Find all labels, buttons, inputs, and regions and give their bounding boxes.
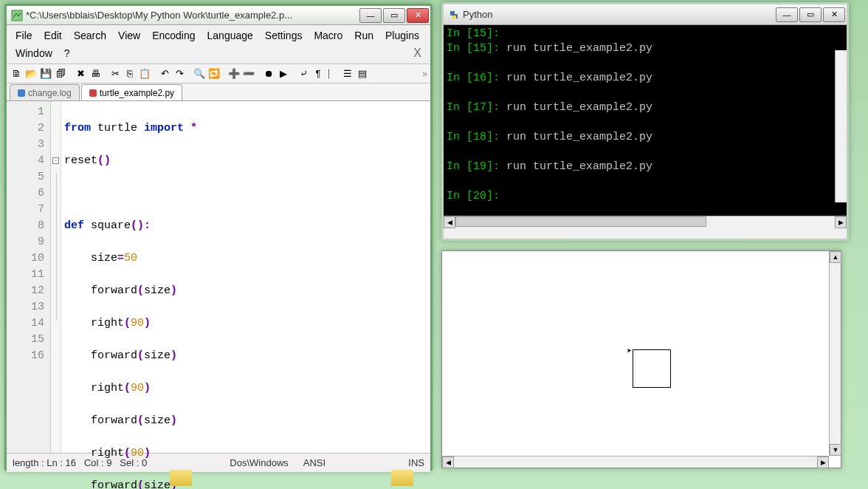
menu-help[interactable]: ? — [58, 44, 76, 62]
editor-menubar: File Edit Search View Encoding Language … — [7, 25, 430, 64]
console-output[interactable]: In [15]: In [15]: run turtle_example2.py… — [444, 25, 847, 216]
console-window-controls: — ▭ ✕ — [776, 7, 845, 22]
save-all-icon[interactable]: 🗐 — [54, 67, 67, 81]
editor-window: *C:\Users\bblais\Desktop\My Python Work\… — [4, 4, 433, 471]
record-macro-icon[interactable]: ⏺ — [262, 67, 275, 81]
scroll-right-icon[interactable]: ▶ — [817, 456, 829, 468]
new-file-icon[interactable]: 🗎 — [10, 67, 23, 81]
taskbar-folder-icon[interactable] — [391, 470, 413, 486]
menu-encoding[interactable]: Encoding — [146, 27, 201, 44]
taskbar-folder-icon[interactable] — [170, 470, 192, 486]
close-file-icon[interactable]: ✖ — [74, 67, 87, 81]
svg-rect-0 — [12, 10, 22, 21]
editor-window-controls: — ▭ ✕ — [359, 8, 429, 23]
scroll-thumb[interactable] — [455, 216, 706, 227]
python-console-window: Python — ▭ ✕ In [15]: In [15]: run turtl… — [441, 2, 849, 241]
tab-unsaved-icon — [89, 89, 97, 97]
menu-file[interactable]: File — [10, 27, 38, 44]
menu-run[interactable]: Run — [348, 27, 379, 44]
scroll-up-icon[interactable]: ▲ — [830, 251, 841, 263]
tab-label: turtle_example2.py — [100, 88, 174, 98]
close-button[interactable]: ✕ — [407, 8, 429, 23]
editor-title: *C:\Users\bblais\Desktop\My Python Work\… — [26, 10, 359, 21]
code-area[interactable]: from turtle import * reset() def square(… — [61, 101, 430, 453]
python-icon — [448, 9, 460, 21]
console-title: Python — [463, 9, 776, 20]
scroll-track[interactable] — [455, 216, 835, 228]
maximize-button[interactable]: ▭ — [383, 8, 405, 23]
editor-tabbar: change.log turtle_example2.py — [7, 83, 430, 101]
menu-settings[interactable]: Settings — [259, 27, 309, 44]
find-icon[interactable]: 🔍 — [193, 67, 206, 81]
console-horizontal-scrollbar[interactable]: ◀ ▶ — [444, 216, 847, 228]
replace-icon[interactable]: 🔁 — [207, 67, 221, 81]
tab-close-x[interactable]: X — [407, 47, 427, 60]
turtle-horizontal-scrollbar[interactable]: ◀ ▶ — [442, 456, 829, 468]
fold-gutter: - — [51, 101, 61, 453]
wordwrap-icon[interactable]: ⤶ — [297, 67, 310, 81]
menu-edit[interactable]: Edit — [38, 27, 68, 44]
menu-window[interactable]: Window — [10, 44, 58, 62]
minimize-button[interactable]: — — [776, 7, 798, 22]
tab-change-log[interactable]: change.log — [10, 84, 80, 100]
turtle-canvas[interactable]: ➤ — [442, 251, 829, 456]
turtle-drawn-square — [633, 349, 671, 388]
scroll-left-icon[interactable]: ◀ — [442, 456, 454, 468]
play-macro-icon[interactable]: ▶ — [277, 67, 290, 81]
menu-language[interactable]: Language — [202, 27, 259, 44]
zoom-out-icon[interactable]: ➖ — [242, 67, 255, 81]
turtle-graphics-window: ➤ ▲ ▼ ◀ ▶ — [441, 250, 841, 468]
copy-icon[interactable]: ⎘ — [123, 67, 137, 81]
editor-titlebar[interactable]: *C:\Users\bblais\Desktop\My Python Work\… — [7, 6, 430, 25]
paste-icon[interactable]: 📋 — [138, 67, 151, 81]
minimize-button[interactable]: — — [359, 8, 382, 23]
turtle-cursor-icon: ➤ — [627, 346, 632, 356]
console-vertical-scrollbar[interactable] — [835, 50, 847, 202]
indent-guide-icon[interactable]: ⎸ — [326, 67, 340, 81]
tab-turtle-example2[interactable]: turtle_example2.py — [81, 84, 182, 100]
editor-app-icon — [11, 10, 23, 21]
tab-label: change.log — [28, 88, 72, 98]
scroll-left-icon[interactable]: ◀ — [444, 216, 455, 228]
maximize-button[interactable]: ▭ — [799, 7, 822, 22]
close-button[interactable]: ✕ — [823, 7, 845, 22]
open-file-icon[interactable]: 📂 — [24, 67, 38, 81]
menu-macro[interactable]: Macro — [308, 27, 348, 44]
folder-view-icon[interactable]: ☰ — [341, 67, 354, 81]
cut-icon[interactable]: ✂ — [108, 67, 122, 81]
doc-map-icon[interactable]: ▤ — [356, 67, 369, 81]
turtle-vertical-scrollbar[interactable]: ▲ ▼ — [829, 251, 841, 456]
redo-icon[interactable]: ↷ — [173, 67, 186, 81]
editor-area[interactable]: 12345678910111213141516 - from turtle im… — [7, 101, 430, 453]
fold-toggle-icon[interactable]: - — [52, 157, 59, 164]
save-icon[interactable]: 💾 — [39, 67, 52, 81]
scroll-right-icon[interactable]: ▶ — [835, 216, 847, 228]
tab-saved-icon — [18, 89, 25, 97]
menu-plugins[interactable]: Plugins — [379, 27, 425, 44]
editor-toolbar: 🗎 📂 💾 🗐 ✖ 🖶 ✂ ⎘ 📋 ↶ ↷ 🔍 🔁 ➕ ➖ ⏺ ▶ ⤶ ¶ ⎸ … — [7, 64, 430, 83]
console-titlebar[interactable]: Python — ▭ ✕ — [444, 4, 847, 25]
print-icon[interactable]: 🖶 — [89, 67, 102, 81]
show-all-icon[interactable]: ¶ — [311, 67, 325, 81]
toolbar-overflow-icon[interactable]: » — [422, 69, 427, 79]
scroll-down-icon[interactable]: ▼ — [830, 444, 841, 456]
menu-view[interactable]: View — [112, 27, 146, 44]
line-number-gutter: 12345678910111213141516 — [7, 101, 51, 453]
undo-icon[interactable]: ↶ — [158, 67, 171, 81]
menu-search[interactable]: Search — [68, 27, 112, 44]
zoom-in-icon[interactable]: ➕ — [227, 67, 241, 81]
